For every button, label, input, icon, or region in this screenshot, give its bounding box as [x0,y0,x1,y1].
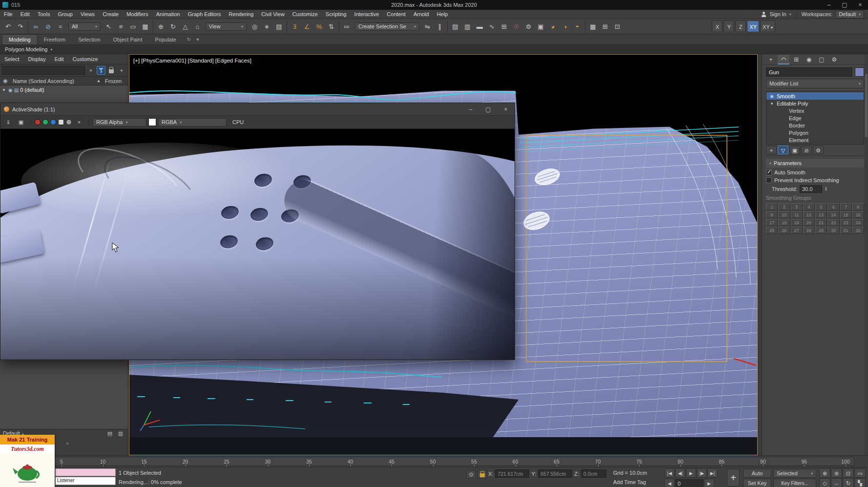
keyboard-override-icon[interactable]: ▤ [273,21,285,33]
menu-item[interactable]: Rendering [225,10,258,19]
align-icon[interactable]: ∥ [434,21,446,33]
activeshade-window[interactable]: ActiveShade (1:1) – ▢ × ⇓ ▣ × RGB Alpha▾ [0,103,515,360]
axis-constraint-button[interactable]: X [712,21,723,32]
set-key-button[interactable]: Set Key [743,479,771,487]
y-coordinate-field[interactable] [538,469,572,478]
scene-explorer-menu[interactable]: Display [24,56,50,62]
bind-to-space-warp-icon[interactable]: ≈ [54,21,66,33]
smoothing-group-button[interactable]: 24 [852,219,864,226]
scene-explorer-row[interactable]: ▼ ◉ ▤ 0 (default) [0,85,128,94]
smoothing-group-button[interactable]: 27 [791,227,803,234]
smoothing-group-button[interactable]: 22 [827,219,839,226]
modifier-eye-icon[interactable]: ◉ [769,94,775,99]
ribbon-tab[interactable]: Object Paint [107,35,149,44]
smoothing-group-button[interactable]: 18 [778,219,790,226]
smoothing-group-button[interactable]: 28 [803,227,815,234]
smoothing-group-button[interactable]: 3 [791,203,803,211]
smoothing-group-button[interactable]: 2 [778,203,790,211]
timeline-tick[interactable]: 65 [552,459,561,465]
edit-named-selections-icon[interactable]: ≔ [341,21,353,33]
menu-item[interactable]: Content [383,10,410,19]
smoothing-group-button[interactable]: 26 [778,227,790,234]
smoothing-group-button[interactable]: 17 [766,219,778,226]
menu-item[interactable]: Modifiers [123,10,152,19]
menu-item[interactable]: Customize [289,10,322,19]
smoothing-group-button[interactable]: 25 [766,227,778,234]
timeline-tick[interactable]: 50 [429,459,437,465]
expander-icon[interactable]: ▼ [1,88,7,92]
smoothing-group-button[interactable]: 13 [815,211,827,218]
smoothing-group-button[interactable]: 20 [803,219,815,226]
scene-explorer-menu[interactable]: Customize [68,56,103,62]
clone-window-icon[interactable]: ▣ [16,117,26,127]
green-channel-icon[interactable] [42,119,48,125]
smoothing-group-button[interactable]: 11 [791,211,803,218]
timeline-tick[interactable]: 40 [346,459,355,465]
toggle-layer-explorer-icon[interactable]: ▥ [461,21,474,33]
zoom-region-icon[interactable]: ▭ [854,468,866,478]
motion-tab[interactable]: ◉ [803,55,815,64]
layers-icon[interactable]: ▤ [105,430,114,437]
snap-toggle-3d-icon[interactable]: 3 [289,21,301,33]
smoothing-group-button[interactable]: 4 [803,203,815,211]
select-and-link-icon[interactable]: ∞ [30,21,42,33]
modifier-stack-row[interactable]: ◉ Smooth [766,92,864,100]
lock-explorer-icon[interactable] [107,66,116,75]
mirror-icon[interactable]: ⇋ [421,21,434,33]
pan-icon[interactable]: ↔ [831,478,842,487]
menu-item[interactable]: File [0,10,17,19]
smoothing-group-button[interactable]: 5 [815,203,827,211]
go-to-end-icon[interactable]: ▶| [707,468,718,478]
smoothing-group-button[interactable]: 8 [852,203,864,211]
reference-coordinate-dropdown[interactable]: View▾ [206,22,247,31]
frozen-column-header[interactable]: Frozen [103,78,128,84]
use-pivot-center-icon[interactable]: ◎ [248,21,261,33]
utilities-tab[interactable]: ⚙ [828,55,840,64]
red-channel-icon[interactable] [35,119,41,125]
smoothing-group-button[interactable]: 10 [778,211,790,218]
select-and-manipulate-icon[interactable]: ∗ [261,21,273,33]
scene-explorer-search-input[interactable] [2,66,85,75]
smoothing-group-button[interactable]: 14 [827,211,839,218]
menu-item[interactable]: Create [99,10,123,19]
select-by-name-icon[interactable]: ≡ [115,21,127,33]
display-tab[interactable]: ▢ [816,55,827,64]
modifier-list-dropdown[interactable]: Modifier List▾ [766,79,864,88]
timeline-tick[interactable]: 10 [99,459,107,465]
next-key-icon[interactable]: ▶ [704,479,714,487]
smoothing-group-button[interactable]: 19 [791,219,803,226]
scene-explorer-menu[interactable]: Select [0,56,24,62]
track-bar[interactable]: 5101520253035404550556065707580859095100 [0,455,868,467]
sign-in-button[interactable]: Sign In [769,11,786,17]
display-toggle-icon[interactable]: ▥ [116,430,125,437]
show-end-result-button[interactable]: ▽ [778,146,788,154]
timeline-tick[interactable]: 25 [222,459,231,465]
ribbon-panel-bar[interactable]: Polygon Modeling ▾ [0,45,868,54]
fov-icon[interactable]: ◇ [819,478,830,487]
select-object-icon[interactable]: ↖ [103,21,115,33]
create-tab[interactable]: + [765,55,777,64]
maximize-viewport-icon[interactable]: ▚ [854,478,866,487]
isolate-selection-icon[interactable]: ⊙ [466,470,476,479]
z-coordinate-field[interactable] [581,469,606,478]
axis-constraint-button[interactable]: Y [723,21,734,32]
maxscript-listener-field[interactable]: Listener [55,477,116,485]
axis-constraint-button[interactable]: Z [735,21,746,32]
menu-item[interactable]: Tools [34,10,54,19]
key-selection-dropdown[interactable]: Selected▾ [773,469,816,478]
unlink-selection-icon[interactable]: ⊘ [42,21,54,33]
orbit-icon[interactable]: ↻ [843,478,854,487]
add-time-tag-text[interactable]: Add Time Tag [613,479,646,485]
activeshade-title-bar[interactable]: ActiveShade (1:1) – ▢ × [0,103,515,116]
panel-scrollbar[interactable] [865,54,868,455]
modifier-stack-row[interactable]: ▾ Editable Poly [766,100,864,107]
minimize-icon[interactable]: – [462,103,479,116]
undo-icon[interactable]: ↶ [2,21,14,33]
modifier-stack-row[interactable]: Border [766,122,864,129]
modifier-stack-row[interactable]: Vertex [766,107,864,114]
timeline-tick[interactable]: 30 [264,459,272,465]
object-name-field[interactable] [766,67,852,77]
modify-tab[interactable]: ◠ [778,55,789,64]
redo-icon[interactable]: ↷ [14,21,26,33]
timeline-tick[interactable]: 85 [717,459,726,465]
